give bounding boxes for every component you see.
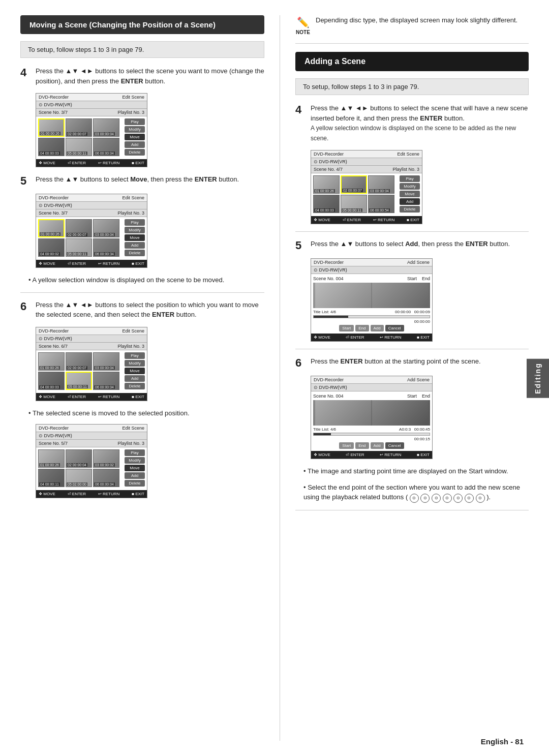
right-divider-3 [295,510,529,510]
dvd-btn2-move[interactable]: Move [125,234,145,241]
right-add-enter-1: ⏎ ENTER [346,335,364,340]
dvd-btn3-play[interactable]: Play [125,352,145,359]
dvd-progress-bar-1 [313,315,430,318]
dvd-progress-fill-2 [314,433,331,435]
dvd-screen1-header: DVD-Recorder Edit Scene [36,94,147,101]
dvd-add-btn-1[interactable]: Add [371,325,384,331]
right-add-screen1-body: Scene No. 004 Start End Title List: 4/6 … [311,274,432,334]
dvd-btn2-delete[interactable]: Delete [125,250,145,256]
dvd-add-btn-2[interactable]: Add [371,442,384,449]
page-footer: English - 81 [481,737,524,746]
dvd-btn3-add[interactable]: Add [125,375,145,382]
dvd-thumb-3-3: 03 00:00:04 [93,352,119,371]
right-dvd-btn1-modify[interactable]: Modify [400,183,420,190]
dvd-btn4-play[interactable]: Play [125,449,145,456]
right-dvd-screen1-scene-row: Scene No. 4/7 Playlist No. 3 [311,166,422,173]
dvd-btn-modify[interactable]: Modify [125,126,145,133]
dvd-btn3-modify[interactable]: Modify [125,360,145,367]
dvd-cancel-btn-2[interactable]: Cancel [385,442,404,449]
right-add-exit-2: ■ EXIT [417,452,430,457]
dvd-nav-1: ❖ MOVE [39,161,55,165]
right-step4: 4 Press the ▲▼ ◄► buttons to select the … [295,103,529,143]
pb-btn-1: ⊙ [410,494,419,503]
dvd-buttons-2: Play Modify Move Add Delete [125,219,145,258]
dvd-screen1-body: 01 00:00:26 02 00:00:07 03 00:00:04 04 0… [36,116,147,159]
right-dvd-thumb-1-2: 02 00:00:07 [341,175,367,194]
right-add-screen2-body: Scene No. 004 Start End Title List: 4/6 … [311,391,432,451]
right-dvd-btn1-move[interactable]: Move [400,191,420,197]
right-add-screen2-sub: ⊙ DVD-RW(VR) [311,384,432,391]
dvd-action-btns-1: Start End Add Cancel [313,325,430,331]
right-dvd-return-1: ↩ RETURN [373,218,395,222]
dvd-btn-play[interactable]: Play [125,118,145,125]
right-add-screen2-header: DVD-Recorder Add Scene [311,376,432,384]
dvd-btn3-delete[interactable]: Delete [125,383,145,389]
dvd-scene-info-1: Scene No. 004 Start End [313,276,430,281]
dvd-thumb-5: 05 00:00:11 [66,138,92,156]
right-dvd-btn1-add[interactable]: Add [400,198,420,205]
right-dvd-btn1-play[interactable]: Play [400,175,420,182]
pb-btn-5: ⊙ [453,494,463,503]
dvd-btn4-modify[interactable]: Modify [125,457,145,464]
dvd-enter-2: ⏎ ENTER [68,261,86,266]
dvd-exit-1: ■ EXIT [132,161,144,165]
dvd-screen1-mode: ⊙ DVD-RW(VR) [39,102,72,107]
dvd-nav-2: ❖ MOVE [39,261,55,266]
dvd-btn3-move[interactable]: Move [125,368,145,374]
dvd-btn-delete[interactable]: Delete [125,149,145,156]
dvd-cancel-btn-1[interactable]: Cancel [385,325,404,331]
right-section-heading: Adding a Scene [295,52,529,71]
right-dvd-screen-1: DVD-Recorder Edit Scene ⊙ DVD-RW(VR) Sce… [311,150,422,224]
right-add-exit-1: ■ EXIT [417,335,430,340]
dvd-thumb-1: 01 00:00:26 [38,118,65,137]
dvd-end-btn-2[interactable]: End [355,442,369,449]
right-dvd-screen1-body: 01 00:00:26 02 00:00:07 03 00:00:04 04 0… [311,173,422,216]
right-add-screen2-mode: ⊙ DVD-RW(VR) [314,385,347,390]
dvd-btn2-add[interactable]: Add [125,242,145,249]
dvd-btn-add[interactable]: Add [125,141,145,148]
dvd-btn2-modify[interactable]: Modify [125,227,145,233]
dvd-screen2-sub: ⊙ DVD-RW(VR) [36,202,147,209]
dvd-thumb-2-6: 06 00:00:34 [93,238,119,257]
dvd-start-btn-2[interactable]: Start [339,442,354,449]
right-dvd-screen1-mode: ⊙ DVD-RW(VR) [314,159,347,164]
dvd-thumb-2-2: 02 00:00:07 [66,219,92,237]
right-dvd-thumb-1-5: 05 00:00:11 [341,195,367,213]
dvd-buttons-1: Play Modify Move Add Delete [125,118,145,157]
dvd-timeline-row-1: Title List: 4/6 00:00:00 00:00:09 [313,310,430,314]
dvd-start-btn-1[interactable]: Start [339,325,354,331]
right-add-screen1-sub: ⊙ DVD-RW(VR) [311,266,432,274]
dvd-btn4-add[interactable]: Add [125,472,145,479]
right-add-screen1-footer: ❖ MOVE ⏎ ENTER ↩ RETURN ■ EXIT [311,334,432,341]
left-column: Moving a Scene (Changing the Position of… [20,15,264,741]
dvd-playlist-no: Playlist No. 3 [117,110,144,115]
right-dvd-exit-1: ■ EXIT [407,218,419,222]
step6-number: 6 [20,301,32,312]
note-icon-wrap: ✏️ NOTE [295,15,311,35]
dvd-enter-3: ⏎ ENTER [68,395,86,399]
dvd-btn4-delete[interactable]: Delete [125,480,145,487]
dvd-screen4-sub: ⊙ DVD-RW(VR) [36,432,147,440]
dvd-btn-move[interactable]: Move [125,134,145,140]
dvd-return-4: ↩ RETURN [98,492,120,496]
right-dvd-screen1-sub: ⊙ DVD-RW(VR) [311,158,422,166]
note-icon: ✏️ [297,16,310,28]
dvd-times-1: 00:00:00 00:00:09 [395,310,430,314]
dvd-thumb-row-6: 04 00:00:03 05 00:00:11 06 00:00:04 [38,372,124,390]
dvd-thumb-row-1: 01 00:00:26 02 00:00:07 03 00:00:04 [38,118,124,137]
dvd-return-3: ↩ RETURN [98,395,120,399]
dvd-big-thumb-2 [313,400,430,426]
dvd-thumbnails-3: 01 00:00:26 02 00:00:07 03 00:00:04 04 0… [38,352,124,391]
dvd-screen3-mode: ⊙ DVD-RW(VR) [39,336,72,341]
dvd-btn2-play[interactable]: Play [125,219,145,226]
dvd-exit-4: ■ EXIT [132,492,144,496]
dvd-btn4-move[interactable]: Move [125,465,145,471]
right-dvd-thumb-1-6: 06 00:00:54 [368,195,394,213]
dvd-thumb-4: 04 00:00:03 [38,138,65,156]
dvd-progress-fill-1 [314,316,348,318]
dvd-end-btn-1[interactable]: End [355,325,369,331]
dvd-thumb-2-5: 05 00:00:11 [66,238,92,257]
pb-btn-3: ⊙ [432,494,441,503]
dvd-nav-3: ❖ MOVE [39,395,55,399]
right-dvd-btn1-delete[interactable]: Delete [400,206,420,213]
